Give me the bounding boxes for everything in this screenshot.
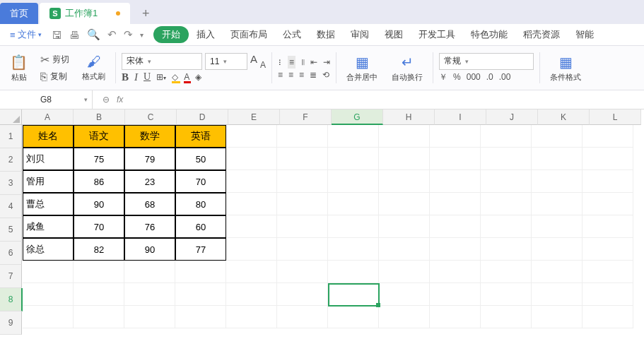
cell-D6[interactable]: 77 — [175, 238, 226, 261]
indent-dec-icon[interactable]: ⇤ — [310, 57, 317, 67]
col-header-K[interactable]: K — [538, 109, 590, 125]
row-header-8[interactable]: 8 — [0, 288, 23, 311]
cell-A6[interactable]: 徐总 — [23, 238, 74, 261]
cell-I1[interactable] — [430, 125, 481, 148]
print-icon[interactable]: 🖶 — [69, 29, 80, 41]
cell-L4[interactable] — [582, 193, 633, 215]
cell-B2[interactable]: 75 — [74, 148, 124, 170]
cell-B8[interactable] — [74, 283, 124, 306]
select-all-corner[interactable] — [0, 109, 22, 125]
cell-G6[interactable] — [328, 238, 379, 261]
cell-J3[interactable] — [481, 170, 532, 193]
cell-I7[interactable] — [430, 261, 481, 283]
clear-format-button[interactable]: ◈ — [195, 72, 201, 82]
comma-icon[interactable]: 000 — [467, 72, 481, 82]
menu-insert[interactable]: 插入 — [189, 28, 223, 41]
cell-D7[interactable] — [175, 261, 226, 283]
cell-H2[interactable] — [379, 148, 430, 170]
cell-L7[interactable] — [582, 261, 633, 283]
cell-K3[interactable] — [532, 170, 582, 193]
cell-G7[interactable] — [328, 261, 379, 283]
cell-C1[interactable]: 数学 — [124, 125, 175, 148]
name-box[interactable]: G8 ▾ — [0, 90, 93, 109]
cell-G5[interactable] — [328, 215, 379, 238]
cell-G9[interactable] — [328, 306, 379, 328]
fx-icon[interactable]: fx — [117, 95, 123, 105]
cell-E4[interactable] — [226, 193, 277, 215]
cell-J5[interactable] — [481, 215, 532, 238]
cell-J9[interactable] — [481, 306, 532, 328]
align-bottom-icon[interactable]: ⫴ — [301, 57, 305, 67]
cell-L3[interactable] — [582, 170, 633, 193]
cell-E9[interactable] — [226, 306, 277, 328]
font-color-button[interactable]: A — [184, 72, 189, 82]
cell-I4[interactable] — [430, 193, 481, 215]
col-header-J[interactable]: J — [486, 109, 538, 125]
align-left-icon[interactable]: ≡ — [278, 70, 283, 80]
cell-E8[interactable] — [226, 283, 277, 306]
cell-H4[interactable] — [379, 193, 430, 215]
cell-C4[interactable]: 68 — [124, 193, 175, 215]
row-header-1[interactable]: 1 — [0, 125, 22, 148]
cell-B6[interactable]: 82 — [74, 238, 124, 261]
redo-icon[interactable]: ↷ — [124, 28, 133, 41]
cell-B7[interactable] — [74, 261, 124, 283]
menu-ai[interactable]: 智能 — [568, 28, 602, 41]
align-justify-icon[interactable]: ≣ — [310, 70, 317, 80]
cell-B5[interactable]: 70 — [74, 215, 124, 238]
cell-A8[interactable] — [23, 283, 74, 306]
cell-D4[interactable]: 80 — [175, 193, 226, 215]
row-header-4[interactable]: 4 — [0, 195, 22, 218]
menu-featured[interactable]: 特色功能 — [463, 28, 515, 41]
cell-H1[interactable] — [379, 125, 430, 148]
fill-color-button[interactable]: ◇ — [172, 72, 178, 82]
tab-add[interactable]: + — [131, 3, 160, 24]
cell-F3[interactable] — [277, 170, 328, 193]
cell-D8[interactable] — [175, 283, 226, 306]
cell-A2[interactable]: 刘贝 — [23, 148, 74, 170]
cell-C9[interactable] — [124, 306, 175, 328]
col-header-I[interactable]: I — [435, 109, 486, 125]
cell-F1[interactable] — [277, 125, 328, 148]
font-name-combo[interactable]: 宋体▾ — [122, 53, 202, 70]
wrap-button[interactable]: ↵ 自动换行 — [387, 54, 427, 83]
cell-C3[interactable]: 23 — [124, 170, 175, 193]
cell-H7[interactable] — [379, 261, 430, 283]
align-right-icon[interactable]: ≡ — [299, 70, 304, 80]
cell-F6[interactable] — [277, 238, 328, 261]
copy-button[interactable]: ⎘复制 — [37, 69, 72, 85]
font-grow-icon[interactable]: A — [250, 53, 257, 70]
cell-J2[interactable] — [481, 148, 532, 170]
col-header-F[interactable]: F — [280, 109, 332, 125]
cell-E2[interactable] — [226, 148, 277, 170]
cell-F9[interactable] — [277, 306, 328, 328]
cell-B1[interactable]: 语文 — [74, 125, 124, 148]
cell-E6[interactable] — [226, 238, 277, 261]
menu-data[interactable]: 数据 — [309, 28, 343, 41]
cell-B9[interactable] — [74, 306, 124, 328]
cell-L9[interactable] — [582, 306, 633, 328]
cell-J4[interactable] — [481, 193, 532, 215]
cell-F8[interactable] — [277, 283, 328, 306]
cancel-icon[interactable]: ⊖ — [103, 95, 110, 105]
cell-H6[interactable] — [379, 238, 430, 261]
percent-icon[interactable]: % — [453, 72, 461, 82]
cell-G1[interactable] — [328, 125, 379, 148]
menu-view[interactable]: 视图 — [377, 28, 411, 41]
italic-button[interactable]: I — [134, 71, 138, 83]
bold-button[interactable]: B — [122, 71, 129, 83]
col-header-E[interactable]: E — [228, 109, 280, 125]
indent-inc-icon[interactable]: ⇥ — [323, 57, 330, 67]
cell-E3[interactable] — [226, 170, 277, 193]
cell-I8[interactable] — [430, 283, 481, 306]
cell-H9[interactable] — [379, 306, 430, 328]
cell-F2[interactable] — [277, 148, 328, 170]
cell-I6[interactable] — [430, 238, 481, 261]
chevron-down-icon[interactable]: ▾ — [140, 31, 144, 39]
cell-C8[interactable] — [124, 283, 175, 306]
cell-A5[interactable]: 咸鱼 — [23, 215, 74, 238]
col-header-H[interactable]: H — [383, 109, 435, 125]
cell-E5[interactable] — [226, 215, 277, 238]
dec-inc-icon[interactable]: .0 — [486, 72, 493, 82]
cell-C7[interactable] — [124, 261, 175, 283]
